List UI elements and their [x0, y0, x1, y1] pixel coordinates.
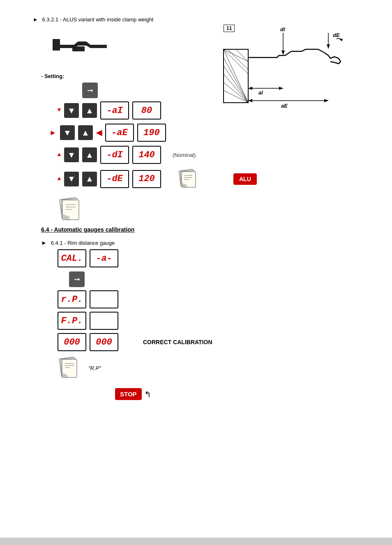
svg-marker-14	[281, 51, 285, 55]
correct-calibration-label: CORRECT CALIBRATION	[143, 339, 212, 345]
ai-label-display: -aI	[100, 101, 129, 120]
confirm-arrow-btn-cal[interactable]: ➞	[69, 271, 85, 287]
section-641-title: ► 6.4.1 - Rim distance gauge	[41, 239, 367, 246]
di-down-btn[interactable]: ▼	[64, 147, 79, 162]
component-shape	[49, 27, 115, 61]
ai-value-display: 80	[132, 101, 161, 120]
svg-text:aE: aE	[281, 103, 288, 109]
stop-button[interactable]: STOP	[115, 388, 142, 400]
ai-up-btn[interactable]: ▲	[82, 103, 97, 118]
de-value-display: 120	[132, 170, 161, 188]
svg-marker-26	[324, 99, 328, 102]
svg-marker-21	[248, 87, 252, 90]
rp-quote-text: "R.P"	[88, 365, 101, 371]
de-up-btn[interactable]: ▲	[82, 172, 97, 186]
di-value-display: 140	[132, 146, 161, 164]
svg-rect-0	[53, 39, 60, 51]
zero-display-1: 000	[58, 333, 86, 351]
svg-line-7	[224, 82, 248, 103]
rp-row: r.P. ➞	[58, 290, 367, 308]
de-label-display: -dE	[100, 170, 129, 188]
rp-display: r.P.	[58, 290, 86, 308]
fp-display: F.P.	[58, 312, 86, 330]
note-icon-2	[58, 196, 367, 222]
red-arrow-right-ae: ◀	[96, 128, 102, 137]
svg-line-11	[228, 49, 248, 70]
note-rp-row: "R.P"	[58, 356, 367, 380]
rp-value-display	[90, 290, 118, 308]
svg-point-36	[183, 184, 187, 188]
svg-marker-17	[327, 44, 330, 48]
cal-display-row: CAL. -a-	[58, 249, 367, 267]
svg-marker-22	[279, 87, 283, 90]
section-631-title: ► 6.3.2.1 - ALUS variant with inside cla…	[33, 16, 367, 23]
ae-value-display: 190	[137, 124, 166, 142]
alu-button[interactable]: ALU	[233, 173, 257, 185]
cursor-icon: ↰	[144, 389, 151, 399]
svg-point-52	[64, 374, 68, 378]
svg-line-6	[224, 74, 248, 103]
svg-text:dI: dI	[280, 26, 285, 32]
cal-display: CAL.	[58, 249, 86, 267]
de-down-btn[interactable]: ▼	[64, 172, 79, 186]
fp-value-display	[90, 312, 118, 330]
svg-text:aI: aI	[258, 90, 263, 96]
svg-line-4	[224, 57, 248, 103]
svg-line-5	[224, 66, 248, 103]
fp-row: F.P. ➞	[58, 312, 367, 330]
svg-line-9	[224, 49, 248, 74]
zero-display-2: 000	[90, 333, 118, 351]
di-setting-row: ▼ ▲ -dI 140 (Nominal)	[58, 146, 367, 164]
technical-diagram: 11 dI dE	[219, 25, 359, 115]
a-minus-display: -a-	[90, 249, 118, 267]
note-icon-1	[177, 168, 197, 190]
svg-line-10	[224, 49, 248, 62]
di-up-btn[interactable]: ▲	[82, 147, 97, 162]
red-arrow-left-ae: ►	[49, 129, 57, 137]
stop-row: STOP ↰	[115, 388, 367, 400]
svg-text:dE: dE	[333, 32, 340, 38]
bottom-bar	[0, 538, 392, 545]
svg-line-12	[236, 49, 248, 62]
section-64-title: 6.4 - Automatic gauges calibration	[41, 226, 367, 233]
svg-marker-25	[248, 99, 252, 102]
ae-setting-row: ► ▼ ▲ ◀ -aE 190	[49, 124, 367, 142]
note-icon-3	[58, 356, 80, 380]
ai-down-btn[interactable]: ▼	[64, 103, 79, 118]
svg-rect-1	[72, 46, 85, 51]
ae-down-btn[interactable]: ▼	[60, 125, 75, 140]
di-label-display: -dI	[100, 146, 129, 164]
ae-up-btn[interactable]: ▲	[78, 125, 93, 140]
calibration-result-row: 000 000 CORRECT CALIBRATION	[58, 333, 367, 351]
ae-label-display: -aE	[105, 124, 134, 142]
nominal-label: (Nominal)	[173, 152, 196, 158]
de-setting-row: ▼ ▲ -dE 120 ALU	[58, 168, 367, 190]
confirm-arrow-btn-top[interactable]: ➞	[82, 83, 98, 98]
svg-point-44	[65, 216, 70, 221]
